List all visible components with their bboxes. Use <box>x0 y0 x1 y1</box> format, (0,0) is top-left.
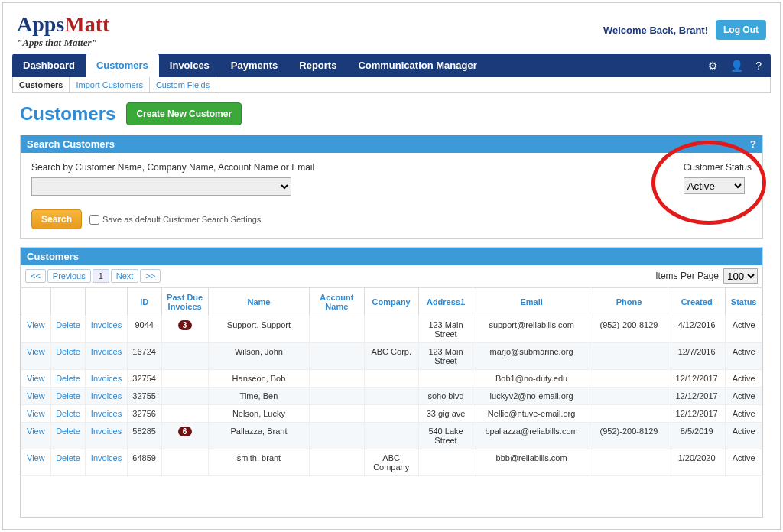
row-view-link[interactable]: View <box>21 449 51 476</box>
row-invoices-link[interactable]: Invoices <box>86 423 127 449</box>
page-title: Customers <box>20 103 115 125</box>
row-delete-link[interactable]: Delete <box>50 405 86 423</box>
row-account <box>310 449 364 476</box>
col-invoices[interactable] <box>86 288 127 316</box>
col-status[interactable]: Status <box>726 288 762 316</box>
nav-payments[interactable]: Payments <box>220 54 288 77</box>
pager-next[interactable]: Next <box>111 269 139 283</box>
create-customer-button[interactable]: Create New Customer <box>126 102 242 125</box>
row-delete-link[interactable]: Delete <box>50 370 86 388</box>
row-invoices-link[interactable]: Invoices <box>86 343 127 370</box>
col-past-due[interactable]: Past Due Invoices <box>161 288 208 316</box>
search-input[interactable] <box>31 177 291 196</box>
col-phone[interactable]: Phone <box>590 288 668 316</box>
table-row: ViewDeleteInvoices32756Nelson, Lucky33 g… <box>21 405 762 423</box>
row-invoices-link[interactable]: Invoices <box>86 405 127 423</box>
status-select[interactable]: Active <box>684 177 745 194</box>
col-account[interactable]: Account Name <box>310 288 364 316</box>
col-delete[interactable] <box>50 288 86 316</box>
search-panel-title: Search Customers <box>27 138 115 150</box>
save-default-checkbox[interactable] <box>89 215 99 225</box>
search-help-icon[interactable]: ? <box>750 138 756 150</box>
col-id[interactable]: ID <box>127 288 161 316</box>
row-company <box>364 388 418 405</box>
subnav-customers[interactable]: Customers <box>13 77 70 92</box>
nav-reports[interactable]: Reports <box>288 54 347 77</box>
row-view-link[interactable]: View <box>21 343 51 370</box>
save-default-group[interactable]: Save as default Customer Search Settings… <box>89 215 263 225</box>
gear-icon[interactable]: ⚙ <box>708 60 718 72</box>
nav-invoices[interactable]: Invoices <box>159 54 220 77</box>
items-per-page-select[interactable]: 100 <box>723 268 758 284</box>
col-view[interactable] <box>21 288 51 316</box>
help-icon[interactable]: ? <box>755 60 762 72</box>
subnav-custom-fields[interactable]: Custom Fields <box>150 77 216 92</box>
status-field-group: Customer Status Active <box>684 162 752 196</box>
subnav-import-customers[interactable]: Import Customers <box>70 77 149 92</box>
row-view-link[interactable]: View <box>21 423 51 449</box>
table-row: ViewDeleteInvoices32755Time, Bensoho blv… <box>21 388 762 405</box>
pager-last[interactable]: >> <box>140 269 161 283</box>
row-invoices-link[interactable]: Invoices <box>86 388 127 405</box>
page-header: Customers Create New Customer <box>20 102 763 125</box>
row-address: 123 Main Street <box>418 316 473 343</box>
nav-customers[interactable]: Customers <box>86 54 159 77</box>
search-field-group: Search by Customer Name, Company Name, A… <box>31 162 314 196</box>
row-created: 12/12/2017 <box>668 370 725 388</box>
pager-page: 1 <box>93 269 109 283</box>
row-id: 32756 <box>127 405 161 423</box>
row-id: 9044 <box>127 316 161 343</box>
row-delete-link[interactable]: Delete <box>50 316 86 343</box>
row-delete-link[interactable]: Delete <box>50 388 86 405</box>
col-name[interactable]: Name <box>208 288 309 316</box>
row-invoices-link[interactable]: Invoices <box>86 449 127 476</box>
row-view-link[interactable]: View <box>21 316 51 343</box>
logo-apps: Apps <box>17 12 64 36</box>
row-view-link[interactable]: View <box>21 388 51 405</box>
row-past-due <box>161 343 208 370</box>
logout-button[interactable]: Log Out <box>716 20 766 40</box>
row-past-due <box>161 449 208 476</box>
row-company <box>364 316 418 343</box>
row-delete-link[interactable]: Delete <box>50 343 86 370</box>
pager: << Previous 1 Next >> <box>25 269 161 283</box>
pager-first[interactable]: << <box>25 269 46 283</box>
nav-dashboard[interactable]: Dashboard <box>12 54 86 77</box>
col-address[interactable]: Address1 <box>418 288 473 316</box>
row-status: Active <box>726 388 762 405</box>
row-company <box>364 405 418 423</box>
table-header-row: ID Past Due Invoices Name Account Name C… <box>21 288 762 316</box>
list-panel-title: Customers <box>27 251 79 262</box>
row-phone <box>590 405 668 423</box>
items-per-page: Items Per Page 100 <box>655 268 758 284</box>
row-view-link[interactable]: View <box>21 405 51 423</box>
col-created[interactable]: Created <box>668 288 725 316</box>
search-field-label: Search by Customer Name, Company Name, A… <box>31 162 314 173</box>
row-email: bpallazza@reliabills.com <box>473 423 590 449</box>
user-icon[interactable]: 👤 <box>730 60 743 72</box>
nav-icons: ⚙ 👤 ? <box>708 54 771 77</box>
row-invoices-link[interactable]: Invoices <box>86 316 127 343</box>
row-view-link[interactable]: View <box>21 370 51 388</box>
row-delete-link[interactable]: Delete <box>50 423 86 449</box>
page-content: Customers Create New Customer Search Cus… <box>12 93 771 529</box>
pager-prev[interactable]: Previous <box>47 269 91 283</box>
row-invoices-link[interactable]: Invoices <box>86 370 127 388</box>
search-panel-body: Search by Customer Name, Company Name, A… <box>21 153 762 238</box>
row-address: soho blvd <box>418 388 473 405</box>
row-status: Active <box>726 449 762 476</box>
app-window: AppsMatt "Apps that Matter" Welcome Back… <box>2 2 781 530</box>
grid-wrap[interactable]: ID Past Due Invoices Name Account Name C… <box>21 287 762 476</box>
row-id: 58285 <box>127 423 161 449</box>
search-button[interactable]: Search <box>31 209 82 229</box>
nav-communication-manager[interactable]: Communication Manager <box>347 54 487 77</box>
row-name: Support, Support <box>208 316 309 343</box>
row-past-due <box>161 370 208 388</box>
past-due-badge: 3 <box>178 320 192 330</box>
row-delete-link[interactable]: Delete <box>50 449 86 476</box>
table-row: ViewDeleteInvoices90443Support, Support1… <box>21 316 762 343</box>
col-email[interactable]: Email <box>473 288 590 316</box>
col-company[interactable]: Company <box>364 288 418 316</box>
row-status: Active <box>726 370 762 388</box>
row-past-due: 3 <box>161 316 208 343</box>
